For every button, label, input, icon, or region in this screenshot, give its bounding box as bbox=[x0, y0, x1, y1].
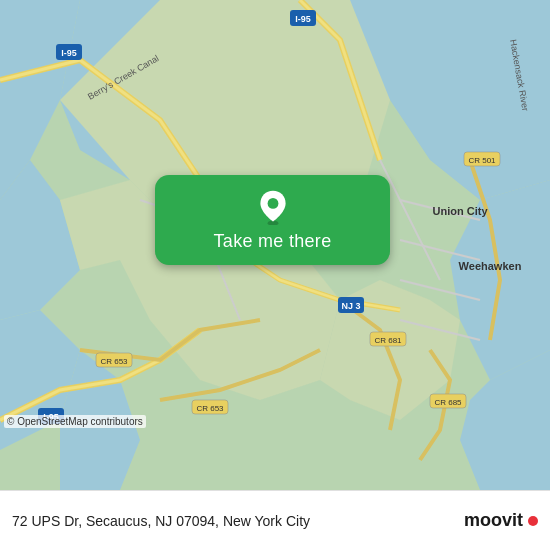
svg-text:Weehawken: Weehawken bbox=[459, 260, 522, 272]
take-me-there-button[interactable]: Take me there bbox=[155, 175, 390, 265]
location-pin-icon bbox=[255, 189, 291, 225]
svg-text:CR 653: CR 653 bbox=[196, 404, 224, 413]
moovit-brand-text: moovit bbox=[464, 510, 523, 531]
svg-text:I-95: I-95 bbox=[295, 14, 311, 24]
address-text: 72 UPS Dr, Secaucus, NJ 07094, New York … bbox=[12, 513, 464, 529]
svg-text:CR 653: CR 653 bbox=[100, 357, 128, 366]
svg-text:I-95: I-95 bbox=[61, 48, 77, 58]
svg-text:CR 501: CR 501 bbox=[468, 156, 496, 165]
button-label: Take me there bbox=[214, 231, 332, 252]
moovit-dot-icon bbox=[528, 516, 538, 526]
svg-text:CR 685: CR 685 bbox=[434, 398, 462, 407]
svg-text:Union City: Union City bbox=[433, 205, 489, 217]
svg-point-34 bbox=[267, 198, 278, 209]
svg-text:NJ 3: NJ 3 bbox=[341, 301, 360, 311]
osm-attribution: © OpenStreetMap contributors bbox=[4, 415, 146, 428]
svg-text:CR 681: CR 681 bbox=[374, 336, 402, 345]
map-view: Berry's Creek Canal I-95 I-95 I-95 NJ 3 … bbox=[0, 0, 550, 490]
moovit-logo: moovit bbox=[464, 510, 538, 531]
footer-bar: 72 UPS Dr, Secaucus, NJ 07094, New York … bbox=[0, 490, 550, 550]
